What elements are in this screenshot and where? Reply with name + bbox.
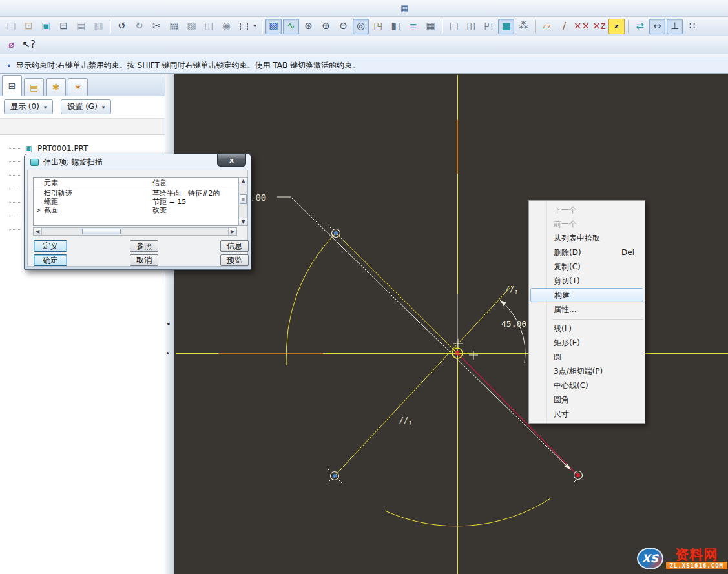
ctx-fillet[interactable]: 圆角	[530, 393, 643, 407]
swap-view-icon[interactable]: ⇄	[632, 19, 648, 34]
axis-display-icon[interactable]: ∕	[556, 19, 572, 34]
menu-sketch[interactable]	[56, 6, 68, 11]
find-icon[interactable]: ◉	[218, 19, 234, 34]
ctx-previous[interactable]: 前一个	[530, 217, 643, 231]
dim-display-icon[interactable]: ↔	[649, 19, 665, 34]
horizontal-scrollbar[interactable]: ◀ ▶	[33, 227, 237, 236]
bottom-arc[interactable]	[385, 498, 550, 526]
refs-button[interactable]: 参照	[130, 240, 158, 252]
no-hidden-display-icon[interactable]: ◰	[481, 19, 497, 34]
spin-center-icon[interactable]: z	[608, 19, 625, 34]
preview-button[interactable]: 预览	[220, 254, 249, 266]
datum-plane-display-icon[interactable]: ▱	[539, 19, 555, 34]
dialog-close-button[interactable]: x	[217, 154, 246, 167]
vertex-lower-left[interactable]	[328, 469, 342, 483]
zoom-selected-icon[interactable]: ⊛	[300, 19, 317, 34]
view-manager-icon[interactable]: ▦	[422, 19, 439, 34]
panel-splitter[interactable]: ◂ ▸	[165, 74, 174, 574]
show-dropdown-button[interactable]: 显示 (0) ▾	[4, 99, 53, 114]
vertical-scroll-thumb[interactable]: ≡	[240, 194, 247, 204]
diagonal-line-upper[interactable]	[336, 233, 457, 353]
ctx-copy[interactable]: 复制(C)	[530, 260, 643, 274]
scroll-down-icon[interactable]: ▼	[239, 218, 247, 225]
paste-special-icon[interactable]: ◫	[201, 19, 217, 34]
constraint-display-icon[interactable]: ⊥	[667, 19, 683, 34]
measure-icon[interactable]: ⌀	[3, 37, 19, 53]
menu-insert[interactable]	[43, 6, 56, 11]
menu-file[interactable]	[4, 6, 17, 11]
menu-analysis[interactable]	[68, 6, 81, 11]
wireframe-display-icon[interactable]: □	[446, 19, 462, 34]
ok-button[interactable]: 确定	[34, 254, 67, 266]
ctx-3point-tangent-end[interactable]: 3点/相切端(P)	[530, 364, 643, 378]
ctx-circle[interactable]: 圆	[530, 350, 643, 364]
ctx-line[interactable]: 线(L)	[530, 322, 643, 336]
ctx-delete[interactable]: 删除(D) Del	[530, 245, 643, 260]
menu-info[interactable]	[81, 6, 94, 11]
ctx-dimension[interactable]: 尺寸	[530, 407, 643, 421]
menu-extra-icon[interactable]: ▦	[400, 3, 408, 13]
tab-folder-browser[interactable]: ▤	[24, 78, 44, 96]
ctx-construct[interactable]: 构建	[530, 288, 643, 302]
collapse-panel-icon[interactable]: ◂	[167, 320, 170, 327]
cut-icon[interactable]: ✂	[149, 19, 165, 34]
print-icon[interactable]: ⊟	[56, 19, 72, 34]
undo-icon[interactable]: ↺	[114, 19, 130, 34]
dim-partial-text[interactable]: .00	[250, 192, 266, 203]
menu-tools[interactable]	[107, 6, 120, 11]
settings-dropdown-button[interactable]: 设置 (G) ▾	[61, 99, 111, 114]
selection-filter-caret-icon[interactable]: ▾	[251, 19, 258, 34]
vertex-lower-right[interactable]	[574, 471, 583, 483]
zoom-in-icon[interactable]: ⊕	[318, 19, 334, 34]
info-button[interactable]: 信息	[220, 240, 249, 252]
scroll-right-icon[interactable]: ▶	[228, 228, 236, 235]
ctx-next[interactable]: 下一个	[530, 203, 643, 217]
table-row[interactable]: > 截面 改变	[34, 206, 238, 214]
refit-icon[interactable]: ◎	[353, 19, 369, 34]
ctx-rectangle[interactable]: 矩形(E)	[530, 336, 643, 350]
print-stamp-icon[interactable]: ▤	[73, 19, 89, 34]
left-arc[interactable]	[286, 233, 336, 365]
selection-filter-icon[interactable]	[236, 19, 252, 34]
define-button[interactable]: 定义	[34, 240, 67, 252]
point-display-icon[interactable]: ××	[574, 19, 590, 34]
saved-views-icon[interactable]: ◧	[388, 19, 404, 34]
zoom-out-icon[interactable]: ⊖	[335, 19, 351, 34]
layers-icon[interactable]: ≡	[405, 19, 421, 34]
menu-edit[interactable]	[17, 6, 30, 11]
menu-view[interactable]	[30, 6, 43, 11]
tree-item-part[interactable]: ▣ PRT0001.PRT	[5, 141, 165, 155]
ctx-pick-from-list[interactable]: 从列表中拾取	[530, 231, 643, 245]
copy-icon[interactable]: ▨	[166, 19, 182, 34]
horizontal-scroll-thumb[interactable]	[82, 229, 121, 234]
tab-connections[interactable]: ✶	[68, 78, 88, 96]
spline-points-icon[interactable]: ∿	[283, 19, 299, 34]
save-icon[interactable]: ▣	[38, 19, 54, 34]
csys-display-icon[interactable]: ×z	[591, 19, 607, 34]
tab-model-tree[interactable]: ⊞	[2, 75, 22, 96]
email-icon[interactable]: ▥	[90, 19, 107, 34]
menu-help[interactable]	[133, 6, 146, 11]
ctx-cut[interactable]: 剪切(T)	[530, 274, 643, 288]
cancel-button[interactable]: 取消	[130, 254, 158, 266]
shaded-display-icon[interactable]: ■	[498, 19, 514, 34]
angle-dim-text[interactable]: 45.00	[501, 319, 526, 329]
scroll-left-icon[interactable]: ◀	[34, 228, 42, 235]
menu-window[interactable]	[120, 6, 133, 11]
paste-icon[interactable]: ▧	[183, 19, 200, 34]
ctx-properties[interactable]: 属性...	[530, 302, 643, 316]
open-file-icon[interactable]: ⊡	[21, 19, 37, 34]
ctx-centerline[interactable]: 中心线(C)	[530, 378, 643, 393]
vertical-scrollbar[interactable]: ▲ ≡ ▼	[238, 177, 248, 226]
scroll-up-icon[interactable]: ▲	[239, 178, 247, 185]
ctx-separator[interactable]	[530, 316, 643, 322]
context-help-icon[interactable]: ↖?	[21, 37, 37, 53]
grid-display-icon[interactable]: ∷	[684, 19, 700, 34]
tab-favorites[interactable]: ✱	[46, 78, 66, 96]
sketcher-display-icon[interactable]: ▨	[265, 19, 282, 34]
hidden-line-display-icon[interactable]: ◫	[463, 19, 479, 34]
menu-applications[interactable]	[94, 6, 107, 11]
redo-icon[interactable]: ↻	[131, 19, 147, 34]
expand-panel-icon[interactable]: ▸	[167, 349, 170, 356]
reorient-icon[interactable]: ◳	[370, 19, 386, 34]
